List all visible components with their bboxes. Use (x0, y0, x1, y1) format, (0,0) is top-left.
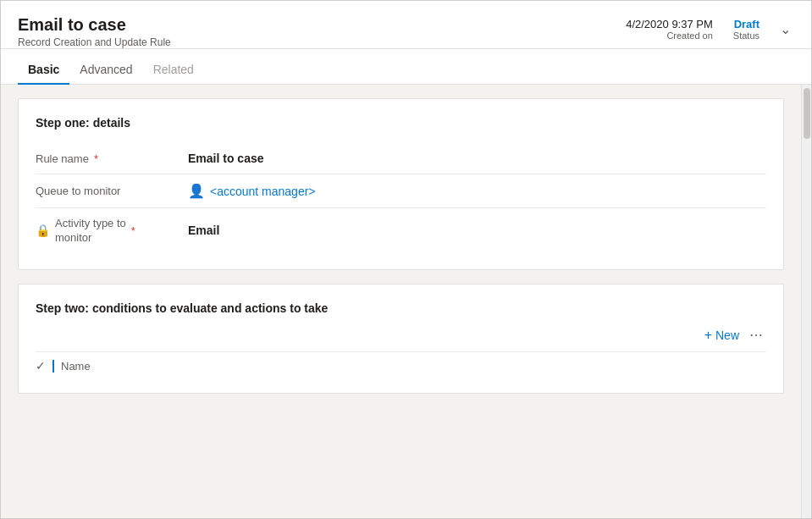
queue-monitor-value[interactable]: <account manager> (210, 185, 316, 198)
page-wrapper: Email to case Record Creation and Update… (0, 0, 812, 519)
activity-type-required: * (131, 224, 135, 237)
header-meta: 4/2/2020 9:37 PM Created on Draft Status (626, 18, 760, 41)
rule-name-row: Rule name * Email to case (36, 143, 766, 174)
expand-button[interactable]: ⌄ (776, 18, 794, 41)
content-area: Step one: details Rule name * Email to c… (1, 85, 801, 518)
record-title: Email to case (18, 14, 171, 35)
queue-monitor-label: Queue to monitor (36, 185, 188, 197)
plus-icon: + (704, 328, 712, 343)
new-button-label: New (715, 329, 739, 342)
header-right: 4/2/2020 9:37 PM Created on Draft Status… (626, 14, 794, 41)
name-column-header: Name (52, 360, 91, 373)
step-one-card: Step one: details Rule name * Email to c… (18, 98, 784, 270)
rule-name-label: Rule name * (36, 152, 188, 165)
created-on-meta: 4/2/2020 9:37 PM Created on (626, 18, 713, 41)
queue-monitor-link[interactable]: 👤 <account manager> (188, 183, 316, 199)
scrollbar[interactable] (801, 85, 811, 518)
main-content: Step one: details Rule name * Email to c… (1, 85, 811, 518)
created-on-value: 4/2/2020 9:37 PM (626, 18, 713, 30)
queue-monitor-row: Queue to monitor 👤 <account manager> (36, 174, 766, 208)
lock-icon: 🔒 (36, 224, 50, 237)
status-value: Draft (734, 18, 760, 30)
more-options-button[interactable]: ⋯ (746, 325, 766, 345)
activity-type-label: 🔒 Activity type to monitor * (36, 217, 188, 244)
queue-monitor-label-text: Queue to monitor (36, 185, 120, 197)
status-meta: Draft Status (733, 18, 760, 41)
tab-basic[interactable]: Basic (18, 56, 69, 85)
tab-related[interactable]: Related (143, 56, 204, 85)
step-two-header: Step two: conditions to evaluate and act… (36, 301, 766, 315)
tab-advanced[interactable]: Advanced (69, 56, 142, 85)
step-two-title: Step two: conditions to evaluate and act… (36, 301, 328, 315)
activity-type-row: 🔒 Activity type to monitor * Email (36, 208, 766, 252)
activity-label-text: Activity type to monitor (55, 217, 126, 244)
new-button[interactable]: + New (704, 328, 739, 343)
rule-name-required: * (94, 152, 98, 165)
header-left: Email to case Record Creation and Update… (18, 14, 171, 48)
step-one-title: Step one: details (36, 116, 766, 130)
activity-type-value[interactable]: Email (188, 224, 766, 237)
table-header: ✓ Name (36, 351, 766, 376)
scrollbar-thumb[interactable] (804, 88, 810, 139)
created-on-label: Created on (666, 30, 712, 41)
rule-name-label-text: Rule name (36, 152, 89, 165)
record-header: Email to case Record Creation and Update… (1, 1, 811, 49)
tab-bar: Basic Advanced Related (1, 56, 811, 85)
rule-name-value[interactable]: Email to case (188, 152, 766, 165)
status-label: Status (733, 30, 760, 41)
step-two-card: Step two: conditions to evaluate and act… (18, 284, 784, 394)
record-subtitle: Record Creation and Update Rule (18, 36, 171, 48)
queue-icon: 👤 (188, 183, 205, 199)
check-icon: ✓ (36, 359, 46, 373)
